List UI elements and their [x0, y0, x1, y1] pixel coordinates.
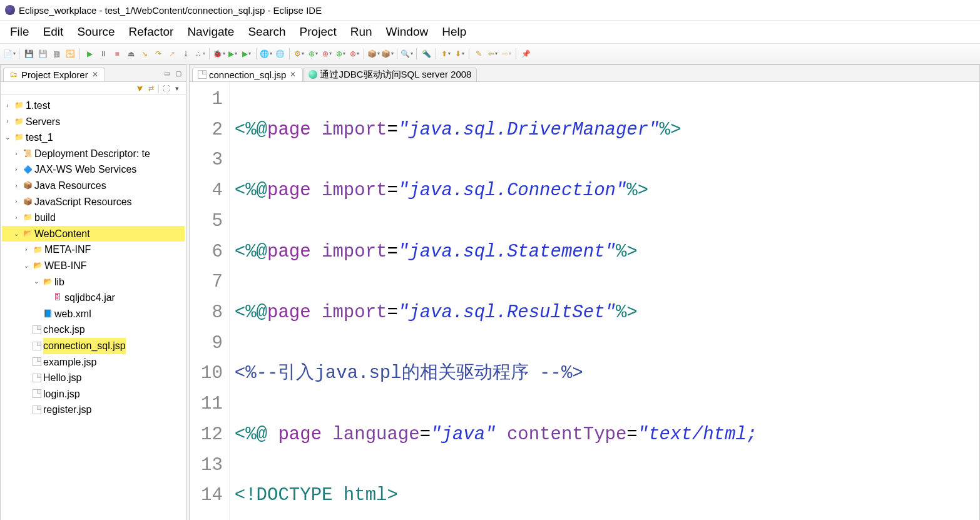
- code-line[interactable]: <%@page import="java.sql.Statement"%>: [235, 237, 757, 268]
- jsp-icon: [33, 405, 41, 414]
- new-java-class-button[interactable]: 📦: [368, 48, 379, 59]
- annotation-prev-button[interactable]: ⬆: [440, 48, 451, 59]
- minimize-view-button[interactable]: ▭: [162, 68, 172, 78]
- new-button[interactable]: 📄: [4, 48, 15, 59]
- expand-icon[interactable]: ›: [12, 149, 21, 159]
- collapse-icon[interactable]: ⌄: [3, 133, 12, 143]
- view-menu-button[interactable]: ▾: [172, 83, 182, 93]
- tree-node-jar[interactable]: 🗄sqljdbc4.jar: [2, 290, 185, 306]
- save-all-button[interactable]: 💾: [37, 48, 48, 59]
- code-line[interactable]: <%@ page language="java" contentType="te…: [235, 420, 757, 451]
- switch-button[interactable]: 🔁: [64, 48, 76, 59]
- menu-window[interactable]: Window: [380, 24, 435, 40]
- code-editor[interactable]: 1 2 3 4 5 6 7 8 9 10 11 12 13 14 <%@page…: [190, 82, 979, 520]
- debug-button[interactable]: 🐞: [213, 48, 225, 59]
- tree-node-webcontent[interactable]: ⌄📂WebContent: [2, 226, 185, 242]
- menu-help[interactable]: Help: [436, 24, 472, 40]
- server-button[interactable]: 🌐: [260, 48, 272, 59]
- menu-search[interactable]: Search: [242, 24, 292, 40]
- tree-node[interactable]: ›🔷JAX-WS Web Services: [2, 161, 185, 178]
- expand-icon[interactable]: ›: [12, 181, 21, 191]
- expand-icon[interactable]: ›: [12, 165, 21, 175]
- collapse-icon[interactable]: ⌄: [22, 261, 31, 271]
- run-last-button[interactable]: ▶: [241, 48, 252, 59]
- new-server-button[interactable]: ⚙: [293, 48, 305, 59]
- tree-node[interactable]: ›📦Java Resources: [2, 178, 185, 194]
- tree-node[interactable]: ›📦JavaScript Resources: [2, 194, 185, 210]
- expand-icon[interactable]: ›: [12, 196, 21, 206]
- tree-node-jsp[interactable]: login.jsp: [2, 386, 185, 402]
- tree-node-jsp[interactable]: register.jsp: [2, 402, 185, 418]
- line-number: 2: [201, 115, 223, 146]
- editor-tab[interactable]: 通过JDBC驱动访问SQL server 2008: [303, 68, 477, 81]
- code-line[interactable]: <!DOCTYPE html>: [235, 481, 757, 511]
- last-edit-button[interactable]: ✎: [473, 48, 484, 59]
- tree-node[interactable]: ⌄📂WEB-INF: [2, 258, 185, 274]
- pin-editor-button[interactable]: 📌: [520, 48, 531, 59]
- tree-node-jsp[interactable]: Hello.jsp: [2, 370, 185, 386]
- expand-icon[interactable]: ›: [12, 213, 21, 223]
- annotation-next-button[interactable]: ⬇: [454, 48, 465, 59]
- tree-node-jsp[interactable]: example.jsp: [2, 354, 185, 370]
- tree-node-project[interactable]: ⌄📁test_1: [2, 130, 185, 146]
- close-icon[interactable]: ✕: [91, 70, 100, 79]
- forward-button[interactable]: ⇨: [501, 48, 512, 59]
- server-profile-button[interactable]: 🌐: [274, 48, 285, 59]
- tree-node[interactable]: ⌄📂lib: [2, 274, 185, 290]
- menu-refactor[interactable]: Refactor: [123, 24, 180, 40]
- coverage-button[interactable]: ⊕: [335, 48, 346, 59]
- step-into-button[interactable]: ↘: [139, 48, 150, 59]
- debug-config-button[interactable]: ⊕: [321, 48, 332, 59]
- code-line[interactable]: <%--引入java.spl的相关驱动程序 --%>: [235, 359, 757, 389]
- tree-node-servers[interactable]: ›📁Servers: [2, 114, 185, 130]
- collapse-icon[interactable]: ⌄: [32, 277, 41, 287]
- menu-project[interactable]: Project: [293, 24, 343, 40]
- tree-node[interactable]: ›📜Deployment Descriptor: te: [2, 146, 185, 162]
- tree-node-project[interactable]: ›📁1.test: [2, 98, 185, 114]
- step-filters-button[interactable]: ⛬: [194, 48, 205, 59]
- expand-icon[interactable]: ›: [3, 116, 12, 126]
- expand-icon[interactable]: ›: [3, 101, 12, 111]
- run-button[interactable]: ▶: [227, 48, 238, 59]
- menu-run[interactable]: Run: [344, 24, 379, 40]
- new-package-button[interactable]: 📦: [382, 48, 393, 59]
- terminate-button[interactable]: ■: [111, 48, 123, 59]
- line-number: 9: [201, 329, 223, 359]
- suspend-button[interactable]: ⏸: [98, 48, 109, 59]
- maximize-view-button[interactable]: ▢: [173, 68, 183, 78]
- tree-node-xml[interactable]: 📘web.xml: [2, 306, 185, 322]
- collapse-all-button[interactable]: ⮟: [135, 83, 145, 93]
- back-button[interactable]: ⇦: [487, 48, 498, 59]
- link-editor-button[interactable]: ⇄: [146, 83, 156, 93]
- drop-to-frame-button[interactable]: ⤓: [180, 48, 191, 59]
- tree-node[interactable]: ›📁META-INF: [2, 242, 185, 258]
- code-line[interactable]: <%@page import="java.sql.DriverManager"%…: [235, 115, 757, 146]
- save-button[interactable]: 💾: [23, 48, 34, 59]
- search-button[interactable]: 🔦: [421, 48, 432, 59]
- filter-button[interactable]: ⛶: [161, 83, 171, 93]
- toggle-button[interactable]: ▦: [51, 48, 62, 59]
- tree-node-jsp[interactable]: check.jsp: [2, 322, 185, 338]
- expand-icon[interactable]: ›: [22, 245, 31, 255]
- step-over-button[interactable]: ↷: [153, 48, 164, 59]
- menu-navigate[interactable]: Navigate: [181, 24, 240, 40]
- code-line[interactable]: <%@page import="java.sql.ResultSet"%>: [235, 298, 757, 329]
- run-config-button[interactable]: ⊕: [307, 48, 319, 59]
- tree-node-jsp-selected[interactable]: connection_sql.jsp: [2, 338, 185, 354]
- menu-file[interactable]: File: [4, 24, 36, 40]
- project-explorer-tab[interactable]: 🗂 Project Explorer ✕: [3, 68, 105, 81]
- editor-tab-active[interactable]: connection_sql.jsp ✕: [192, 68, 303, 81]
- collapse-icon[interactable]: ⌄: [12, 229, 21, 239]
- disconnect-button[interactable]: ⏏: [125, 48, 136, 59]
- code-line[interactable]: <%@page import="java.sql.Connection"%>: [235, 176, 757, 206]
- open-type-button[interactable]: 🔍: [401, 48, 412, 59]
- close-icon[interactable]: ✕: [288, 70, 297, 79]
- project-tree[interactable]: ›📁1.test ›📁Servers ⌄📁test_1 ›📜Deployment…: [1, 95, 186, 520]
- code-content[interactable]: <%@page import="java.sql.DriverManager"%…: [230, 82, 762, 520]
- menu-edit[interactable]: Edit: [37, 24, 70, 40]
- step-return-button[interactable]: ↗: [166, 48, 178, 59]
- tree-node[interactable]: ›📁build: [2, 210, 185, 226]
- external-tools-button[interactable]: ⊕: [349, 48, 360, 59]
- menu-source[interactable]: Source: [71, 24, 121, 40]
- resume-button[interactable]: ▶: [84, 48, 95, 59]
